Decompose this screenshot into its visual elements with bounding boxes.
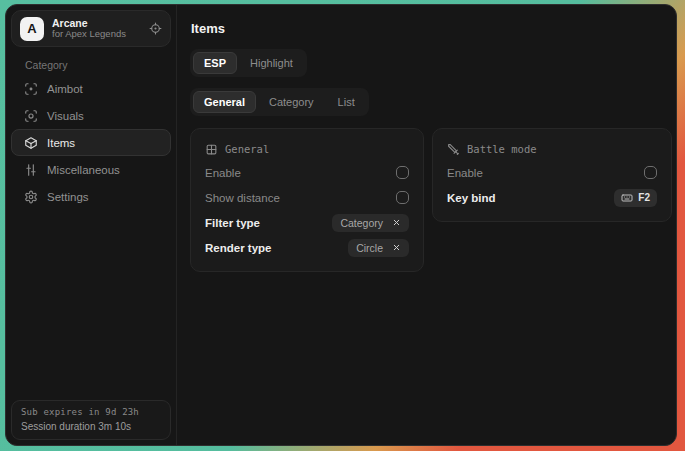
clear-icon[interactable]	[392, 243, 401, 252]
setting-label: Filter type	[205, 217, 260, 229]
subscription-info: Sub expires in 9d 23h Session duration 3…	[11, 400, 171, 440]
panel-title: Battle mode	[467, 143, 537, 155]
selected-value: Circle	[356, 242, 383, 254]
sidebar-item-items[interactable]: Items	[11, 129, 171, 156]
sidebar-item-miscellaneous[interactable]: Miscellaneous	[11, 156, 171, 183]
gear-icon	[24, 190, 38, 204]
sidebar-item-label: Settings	[47, 191, 89, 203]
sidebar-nav: Aimbot Visuals Items	[11, 75, 171, 210]
setting-label: Render type	[205, 242, 271, 254]
sidebar-item-visuals[interactable]: Visuals	[11, 102, 171, 129]
setting-label: Show distance	[205, 192, 280, 204]
sidebar-item-label: Miscellaneous	[47, 164, 120, 176]
setting-label: Enable	[447, 167, 483, 179]
setting-row-render-type: Render type Circle	[205, 235, 409, 260]
battle-enable-checkbox[interactable]	[644, 166, 657, 179]
app-subtitle: for Apex Legends	[52, 29, 141, 40]
sidebar-item-label: Items	[47, 137, 75, 149]
sub-expires-text: Sub expires in 9d 23h	[21, 406, 161, 419]
sidebar-item-aimbot[interactable]: Aimbot	[11, 75, 171, 102]
setting-label: Key bind	[447, 192, 496, 204]
tab-esp[interactable]: ESP	[193, 52, 237, 74]
panels-row: General Enable Show distance Filter type…	[190, 128, 672, 272]
page-title: Items	[191, 21, 672, 36]
keybind-button[interactable]: F2	[614, 189, 657, 207]
brand-card: A Arcane for Apex Legends	[11, 10, 171, 47]
grid-icon	[205, 143, 218, 156]
main-content: Items ESP Highlight General Category Lis…	[177, 5, 677, 445]
show-distance-checkbox[interactable]	[396, 191, 409, 204]
app-window: A Arcane for Apex Legends Category	[5, 4, 677, 446]
keyboard-icon	[621, 192, 633, 204]
battle-mode-panel: Battle mode Enable Key bind	[432, 128, 672, 222]
general-panel: General Enable Show distance Filter type…	[190, 128, 424, 272]
category-section-label: Category	[25, 59, 171, 71]
sidebar-item-label: Aimbot	[47, 83, 83, 95]
eye-icon	[24, 109, 38, 123]
setting-label: Enable	[205, 167, 241, 179]
tab-category[interactable]: Category	[258, 91, 325, 113]
sidebar: A Arcane for Apex Legends Category	[6, 5, 177, 445]
session-duration-text: Session duration 3m 10s	[21, 420, 161, 435]
panel-title: General	[225, 143, 269, 155]
setting-row-key-bind: Key bind F2	[447, 185, 657, 210]
app-logo: A	[20, 17, 44, 41]
sidebar-item-label: Visuals	[47, 110, 84, 122]
tab-general[interactable]: General	[193, 91, 256, 113]
tab-list[interactable]: List	[327, 91, 366, 113]
crosshair-icon[interactable]	[149, 22, 162, 35]
render-type-select[interactable]: Circle	[348, 239, 409, 257]
clear-icon[interactable]	[392, 218, 401, 227]
tab-highlight[interactable]: Highlight	[239, 52, 304, 74]
sword-icon	[447, 143, 460, 156]
setting-row-enable: Enable	[205, 160, 409, 185]
keybind-value: F2	[638, 192, 650, 203]
sliders-icon	[24, 163, 38, 177]
package-icon	[24, 136, 38, 150]
sidebar-item-settings[interactable]: Settings	[11, 183, 171, 210]
setting-row-filter-type: Filter type Category	[205, 210, 409, 235]
sub-tab-group: General Category List	[190, 88, 369, 116]
setting-row-enable: Enable	[447, 160, 657, 185]
setting-row-show-distance: Show distance	[205, 185, 409, 210]
mode-tab-group: ESP Highlight	[190, 49, 307, 77]
viewfinder-icon	[24, 82, 38, 96]
selected-value: Category	[340, 217, 383, 229]
filter-type-select[interactable]: Category	[332, 214, 409, 232]
enable-checkbox[interactable]	[396, 166, 409, 179]
